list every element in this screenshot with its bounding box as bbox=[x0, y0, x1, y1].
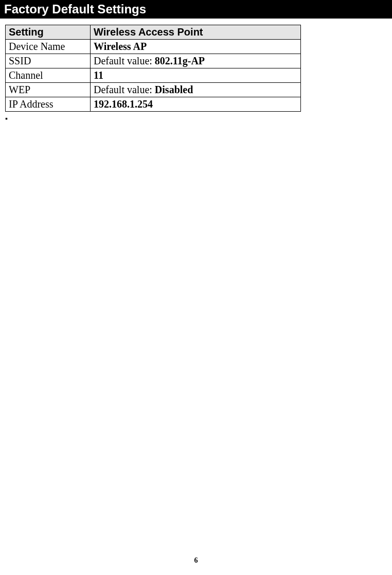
cell-setting: WEP bbox=[6, 83, 91, 97]
cell-setting: SSID bbox=[6, 54, 91, 68]
cell-setting: Channel bbox=[6, 68, 91, 83]
cell-value: 192.168.1.254 bbox=[91, 97, 301, 112]
cell-value: 11 bbox=[91, 68, 301, 83]
table-row: Device Name Wireless AP bbox=[6, 40, 301, 54]
table-row: SSID Default value: 802.11g-AP bbox=[6, 54, 301, 68]
table-row: Channel 11 bbox=[6, 68, 301, 83]
bullet-point: ▪ bbox=[5, 115, 392, 123]
settings-table: Setting Wireless Access Point Device Nam… bbox=[5, 25, 301, 112]
cell-value: Default value: 802.11g-AP bbox=[91, 54, 301, 68]
page-title: Factory Default Settings bbox=[0, 0, 392, 19]
header-setting: Setting bbox=[6, 25, 91, 40]
cell-setting: Device Name bbox=[6, 40, 91, 54]
cell-value: Wireless AP bbox=[91, 40, 301, 54]
header-access-point: Wireless Access Point bbox=[91, 25, 301, 40]
cell-setting: IP Address bbox=[6, 97, 91, 112]
table-row: WEP Default value: Disabled bbox=[6, 83, 301, 97]
page-number: 6 bbox=[0, 556, 392, 565]
cell-value: Default value: Disabled bbox=[91, 83, 301, 97]
table-header-row: Setting Wireless Access Point bbox=[6, 25, 301, 40]
table-row: IP Address 192.168.1.254 bbox=[6, 97, 301, 112]
